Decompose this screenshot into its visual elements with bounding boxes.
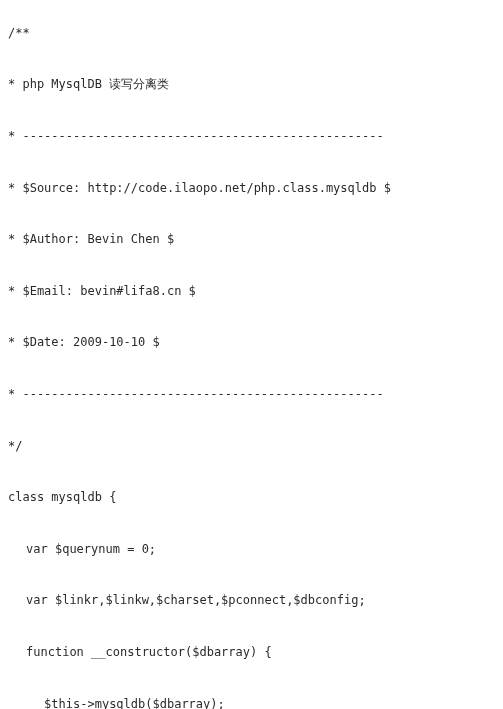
comment-date: * $Date: 2009-10-10 $ [8,334,495,351]
comment-close: */ [8,438,495,455]
comment-divider-bottom: * --------------------------------------… [8,386,495,403]
class-declaration: class mysqldb { [8,489,495,506]
comment-divider-top: * --------------------------------------… [8,128,495,145]
comment-title: * php MysqlDB 读写分离类 [8,76,495,93]
comment-source: * $Source: http://code.ilaopo.net/php.cl… [8,180,495,197]
var-querynum: var $querynum = 0; [8,541,495,558]
php-code-block: /** * php MysqlDB 读写分离类 * --------------… [8,8,495,709]
comment-author: * $Author: Bevin Chen $ [8,231,495,248]
function-constructor: function __constructor($dbarray) { [8,644,495,661]
var-links: var $linkr,$linkw,$charset,$pconnect,$db… [8,592,495,609]
comment-email: * $Email: bevin#lifa8.cn $ [8,283,495,300]
comment-open: /** [8,25,495,42]
constructor-body: $this->mysqldb($dbarray); [8,696,495,709]
